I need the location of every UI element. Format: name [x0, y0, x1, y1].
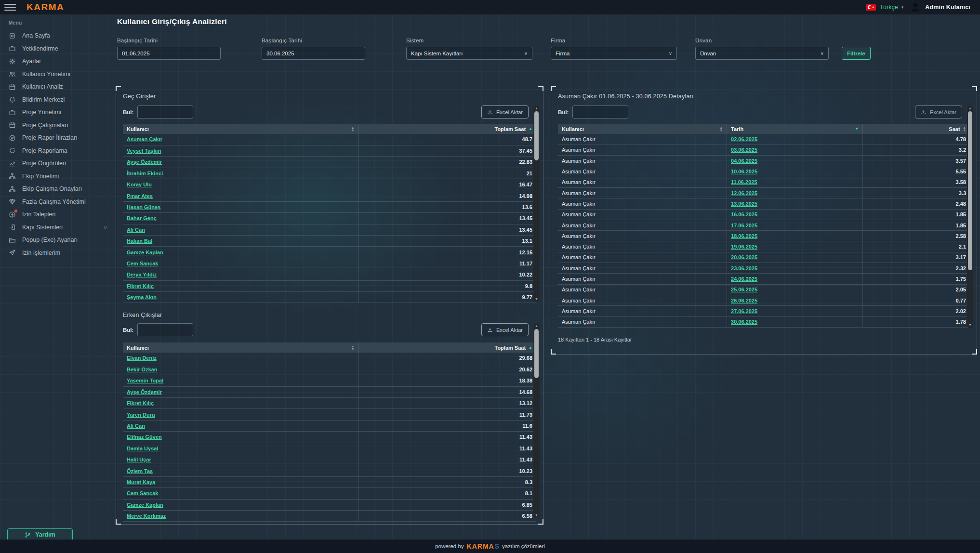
scrollbar-thumb[interactable] [968, 111, 972, 270]
user-link[interactable]: Fikret Kılıç [127, 283, 154, 289]
start-date-input[interactable] [117, 47, 221, 60]
user-link[interactable]: Veysel Taşkın [127, 148, 161, 154]
user-link[interactable]: Ali Can [127, 227, 145, 233]
user-link[interactable]: Elvan Deniz [127, 355, 157, 361]
user-link[interactable]: Hakan Bal [127, 238, 152, 244]
menu-toggle-button[interactable] [4, 4, 16, 11]
company-select[interactable]: Firma ∨ [551, 47, 677, 60]
date-link[interactable]: 26.06.2025 [731, 298, 757, 303]
date-link[interactable]: 13.06.2025 [731, 201, 757, 207]
user-link[interactable]: Damla Uysal [127, 446, 158, 451]
user-link[interactable]: Yaren Duru [127, 412, 155, 418]
date-link[interactable]: 04.06.2025 [731, 158, 757, 164]
date-link[interactable]: 02.06.2025 [731, 136, 757, 142]
job-title-select[interactable]: Ünvan ∨ [695, 47, 829, 60]
sidebar-item-fazla-calisma-yonetimi[interactable]: Fazla Çalışma Yönetimi [5, 196, 112, 209]
date-link[interactable]: 11.06.2025 [731, 179, 757, 185]
date-link[interactable]: 20.06.2025 [731, 254, 757, 260]
user-link[interactable]: Ayşe Özdemir [127, 389, 162, 395]
sidebar-item-proje-rapor-i-tirazlari[interactable]: Proje Rapor İtirazları [5, 132, 112, 145]
column-header-date[interactable]: Tarih ▼ [727, 124, 863, 134]
sidebar-item-ayarlar[interactable]: Ayarlar [5, 55, 112, 68]
user-link[interactable]: İbrahim Ekinci [127, 171, 163, 176]
date-link[interactable]: 18.06.2025 [731, 233, 757, 239]
user-link[interactable]: Derya Yıldız [127, 272, 157, 277]
sidebar-item-izin-islemlerim[interactable]: Izin işlemlerim [5, 247, 112, 260]
sidebar-item-proje-yonetimi[interactable]: Proje Yönetimi [5, 106, 112, 119]
sidebar-item-izin-talepleri[interactable]: Izin Talepleri [5, 208, 112, 221]
user-link[interactable]: Asuman Çakır [127, 136, 162, 142]
user-link[interactable]: Gamze Kaplan [127, 502, 163, 508]
sidebar-item-kullanici-yonetimi[interactable]: Kullanıcı Yönetimi [5, 68, 112, 81]
user-menu[interactable]: Admin Kulanıcı [910, 2, 970, 13]
late-entries-scrollbar[interactable]: ▲ ▼ [533, 105, 540, 302]
user-link[interactable]: Merve Korkmaz [127, 513, 166, 519]
system-select[interactable]: Kapı Sistem Kayıtları ∨ [406, 47, 532, 60]
scrollbar-thumb[interactable] [534, 111, 539, 160]
scroll-up-icon[interactable]: ▲ [535, 323, 538, 329]
late-entries-export-button[interactable]: Excel Aktar [481, 105, 529, 118]
date-link[interactable]: 25.06.2025 [731, 287, 757, 292]
scroll-up-icon[interactable]: ▲ [535, 105, 538, 111]
user-link[interactable]: Yasemin Topal [127, 378, 163, 383]
user-link[interactable]: Murat Kaya [127, 479, 155, 485]
end-date-input[interactable] [262, 47, 365, 60]
date-link[interactable]: 16.06.2025 [731, 211, 757, 217]
column-header-user[interactable]: Kullanıcı ▲▼ [123, 124, 358, 134]
scroll-down-icon[interactable]: ▼ [535, 296, 538, 302]
user-link[interactable]: Bekir Özkan [127, 367, 158, 372]
sidebar-item-kapi-sistemleri[interactable]: Kapı Sistemleri▽ [5, 221, 112, 234]
details-search-input[interactable] [572, 105, 628, 118]
sidebar-item-proje-ongoruleri[interactable]: Proje Öngörüleri [5, 157, 112, 170]
sidebar-item-kullanici-analiz[interactable]: Kullanıcı Analiz [5, 80, 112, 93]
early-exits-search-input[interactable] [137, 323, 193, 336]
language-selector[interactable]: ★ Türkçe ▾ [866, 4, 903, 11]
scroll-down-icon[interactable]: ▼ [535, 513, 538, 518]
scroll-down-icon[interactable]: ▼ [968, 322, 972, 328]
column-header-total-hours[interactable]: Toplam Saat ▲ [358, 342, 536, 353]
date-link[interactable]: 23.06.2025 [731, 265, 757, 271]
details-scrollbar[interactable]: ▲ ▼ [967, 105, 973, 328]
sidebar-item-bildirim-merkezi[interactable]: Bildirim Merkezi [5, 93, 112, 106]
user-link[interactable]: Özlem Taş [127, 468, 153, 474]
sidebar-item-proje-calismalari[interactable]: Proje Çalışmaları [5, 119, 112, 132]
user-link[interactable]: Gamze Kaplan [127, 250, 163, 255]
date-link[interactable]: 24.06.2025 [731, 276, 757, 282]
user-link[interactable]: Hasan Güneş [127, 204, 160, 210]
date-link[interactable]: 27.06.2025 [731, 308, 757, 314]
early-exits-export-button[interactable]: Excel Aktar [481, 323, 529, 336]
sidebar-item-ana-sayfa[interactable]: Ana Sayfa [5, 29, 112, 42]
user-link[interactable]: Bahar Genç [127, 215, 157, 221]
column-header-user[interactable]: Kullanıcı ▲▼ [123, 342, 358, 353]
filter-button[interactable]: Filtrele [842, 47, 871, 60]
scrollbar-thumb[interactable] [534, 329, 539, 378]
date-link[interactable]: 30.06.2025 [731, 319, 757, 325]
sidebar-item-proje-raporlama[interactable]: Proje Raporlama [5, 145, 112, 158]
user-link[interactable]: Halil Uçar [127, 457, 151, 462]
user-link[interactable]: Ali Can [127, 423, 145, 429]
date-link[interactable]: 03.06.2025 [731, 147, 757, 153]
date-link[interactable]: 10.06.2025 [731, 169, 757, 174]
column-header-hours[interactable]: Saat ▲▼ [863, 124, 970, 134]
date-link[interactable]: 19.06.2025 [731, 244, 757, 250]
early-exits-scrollbar[interactable]: ▲ ▼ [533, 323, 540, 518]
user-link[interactable]: Fikret Kılıç [127, 400, 154, 406]
user-link[interactable]: Koray Ulu [127, 182, 152, 187]
user-link[interactable]: Ayşe Özdemir [127, 159, 162, 165]
user-link[interactable]: Elifnaz Güven [127, 434, 162, 440]
column-header-total-hours[interactable]: Toplam Saat ▲ [358, 124, 536, 134]
sidebar-item-yetkilendirme[interactable]: Yetkilendirme [5, 42, 112, 55]
date-link[interactable]: 17.06.2025 [731, 223, 757, 228]
user-link[interactable]: Şeyma Akın [127, 294, 157, 300]
user-link[interactable]: Cem Sancak [127, 490, 158, 496]
sidebar-item-ekip-yonetimi[interactable]: Ekip Yönetimi [5, 170, 112, 183]
scroll-up-icon[interactable]: ▲ [968, 105, 972, 111]
sidebar-item-popup-exe-ayarlari[interactable]: Popup (Exe) Ayarları [5, 234, 112, 247]
details-export-button[interactable]: Excel Aktar [915, 105, 962, 118]
late-entries-search-input[interactable] [137, 105, 193, 118]
column-header-user[interactable]: Kullanıcı ▲▼ [558, 124, 727, 134]
date-link[interactable]: 12.06.2025 [731, 190, 757, 196]
user-link[interactable]: Cem Sancak [127, 261, 158, 266]
sidebar-item-ekip-calisma-onaylari[interactable]: Ekip Çalışma Onayları [5, 183, 112, 196]
user-link[interactable]: Pınar Ateş [127, 193, 153, 199]
